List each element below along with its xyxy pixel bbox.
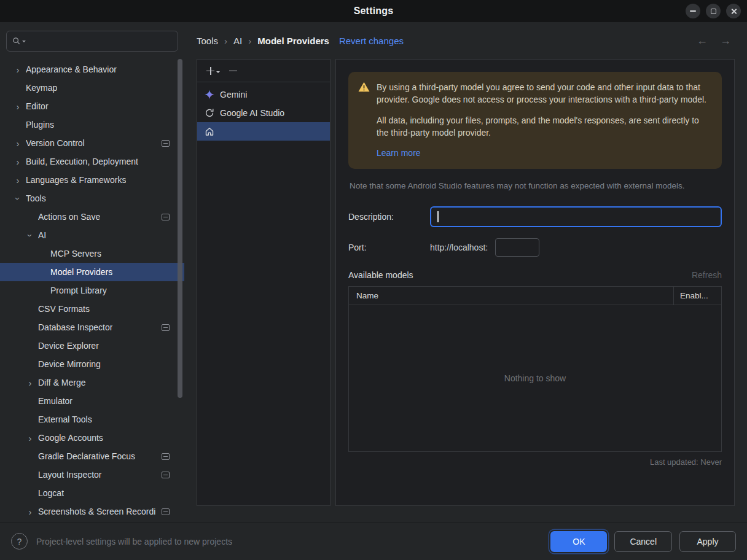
maximize-button[interactable] [706, 4, 721, 18]
forward-arrow-icon[interactable]: → [720, 35, 731, 46]
sidebar-item-label: Device Mirroring [38, 359, 101, 369]
window-controls [686, 4, 741, 18]
sidebar-item-screenshots-screen-recordi[interactable]: ›Screenshots & Screen Recordi [0, 502, 184, 521]
remove-provider-button[interactable] [229, 66, 238, 76]
sidebar-item-logcat[interactable]: Logcat [0, 484, 184, 502]
search-input[interactable] [29, 37, 172, 46]
cancel-button[interactable]: Cancel [614, 531, 672, 552]
breadcrumb-ai[interactable]: AI [233, 36, 242, 46]
provider-item-custom[interactable] [197, 122, 330, 141]
gemini-icon [205, 90, 214, 99]
breadcrumb-tools[interactable]: Tools [197, 36, 218, 46]
provider-list: GeminiGoogle AI Studio [197, 82, 330, 141]
sidebar-item-editor[interactable]: ›Editor [0, 97, 184, 115]
ok-button[interactable]: OK [550, 531, 607, 552]
sidebar-item-label: CSV Formats [38, 304, 90, 314]
sidebar-item-label: Keymap [26, 83, 57, 93]
settings-tree: ›Appearance & BehaviorKeymap›EditorPlugi… [0, 60, 184, 522]
sidebar-item-plugins[interactable]: Plugins [0, 115, 184, 134]
chevron-right-icon[interactable]: › [22, 378, 38, 387]
sidebar-item-csv-formats[interactable]: CSV Formats [0, 300, 184, 318]
sidebar-item-device-mirroring[interactable]: Device Mirroring [0, 355, 184, 373]
sidebar-scrollbar[interactable] [178, 59, 182, 398]
description-label: Description: [348, 212, 430, 222]
sidebar-item-appearance-behavior[interactable]: ›Appearance & Behavior [0, 60, 184, 79]
search-icon [12, 37, 26, 45]
provider-item-gemini[interactable]: Gemini [197, 85, 330, 104]
provider-list-panel: GeminiGoogle AI Studio [197, 59, 330, 506]
revert-changes-link[interactable]: Revert changes [339, 36, 404, 46]
sidebar-item-version-control[interactable]: ›Version Control [0, 134, 184, 152]
third-party-warning-banner: By using a third-party model you agree t… [348, 72, 722, 169]
chevron-right-icon[interactable]: › [10, 157, 26, 166]
provider-item-google-ai-studio[interactable]: Google AI Studio [197, 104, 330, 122]
provider-item-label: Gemini [220, 90, 247, 99]
settings-search-box[interactable] [6, 31, 178, 52]
sidebar-item-model-providers[interactable]: Model Providers [0, 263, 184, 281]
provider-toolbar [197, 60, 330, 82]
sidebar-item-languages-frameworks[interactable]: ›Languages & Frameworks [0, 171, 184, 189]
column-header-enabled[interactable]: Enabl... [673, 287, 721, 305]
sidebar-item-layout-inspector[interactable]: Layout Inspector [0, 465, 184, 484]
settings-window: Settings ›Appearance & BehaviorKeymap›Ed… [0, 0, 747, 560]
sidebar-item-label: Plugins [26, 120, 54, 130]
chevron-right-icon[interactable]: › [22, 507, 38, 516]
last-updated-label: Last updated: Never [348, 457, 722, 467]
sidebar-item-label: Database Inspector [38, 322, 112, 332]
back-arrow-icon[interactable]: ← [697, 35, 708, 46]
sidebar-item-ai[interactable]: ›AI [0, 226, 184, 244]
sidebar-item-mcp-servers[interactable]: MCP Servers [0, 244, 184, 263]
sidebar-item-keymap[interactable]: Keymap [0, 79, 184, 97]
sidebar-item-diff-merge[interactable]: ›Diff & Merge [0, 373, 184, 392]
breadcrumb-model-providers: Model Providers [257, 36, 329, 46]
apply-button[interactable]: Apply [679, 531, 736, 552]
chevron-right-icon[interactable]: › [22, 434, 38, 443]
learn-more-link[interactable]: Learn more [377, 147, 421, 159]
sidebar-item-emulator[interactable]: Emulator [0, 392, 184, 410]
column-header-name[interactable]: Name [349, 287, 673, 305]
minimize-button[interactable] [686, 4, 700, 18]
sidebar-item-label: Emulator [38, 396, 72, 406]
warning-paragraph-1: By using a third-party model you agree t… [377, 81, 708, 106]
sidebar-item-label: Appearance & Behavior [26, 64, 117, 74]
available-models-label: Available models [348, 270, 413, 280]
chevron-down-icon[interactable]: › [26, 227, 35, 243]
sidebar-item-device-explorer[interactable]: Device Explorer [0, 336, 184, 355]
refresh-button[interactable]: Refresh [692, 270, 722, 280]
sidebar-item-label: Editor [26, 101, 49, 111]
modified-indicator-icon [162, 453, 170, 460]
help-icon[interactable]: ? [11, 533, 28, 550]
sidebar-item-label: External Tools [38, 414, 92, 424]
settings-body: ›Appearance & BehaviorKeymap›EditorPlugi… [0, 22, 747, 522]
description-input[interactable] [430, 206, 722, 227]
settings-content: Tools › AI › Model Providers Revert chan… [184, 22, 747, 522]
add-provider-button[interactable] [206, 66, 215, 76]
close-button[interactable] [726, 4, 741, 18]
sidebar-item-prompt-library[interactable]: Prompt Library [0, 281, 184, 300]
sidebar-item-label: Device Explorer [38, 341, 99, 351]
chevron-down-icon[interactable]: › [14, 190, 23, 206]
chevron-right-icon[interactable]: › [10, 102, 26, 111]
sidebar-item-google-accounts[interactable]: ›Google Accounts [0, 429, 184, 447]
history-nav: ← → [697, 35, 731, 46]
search-history-chevron-icon [22, 41, 26, 44]
sidebar-item-gradle-declarative-focus[interactable]: Gradle Declarative Focus [0, 447, 184, 465]
chevron-right-icon[interactable]: › [10, 176, 26, 185]
modified-indicator-icon [162, 214, 170, 220]
external-models-note: Note that some Android Studio features m… [350, 181, 722, 190]
chevron-right-icon[interactable]: › [10, 139, 26, 148]
text-caret [437, 211, 439, 222]
sidebar-item-tools[interactable]: ›Tools [0, 189, 184, 208]
sidebar-item-build-execution-deployment[interactable]: ›Build, Execution, Deployment [0, 152, 184, 171]
modified-indicator-icon [162, 324, 170, 331]
modified-indicator-icon [162, 140, 170, 147]
sidebar-item-label: AI [38, 230, 46, 240]
sidebar-item-actions-on-save[interactable]: Actions on Save [0, 208, 184, 226]
minus-icon [229, 71, 237, 72]
chevron-right-icon[interactable]: › [10, 65, 26, 74]
sidebar-item-label: Google Accounts [38, 433, 103, 443]
port-input[interactable] [495, 238, 539, 257]
sidebar-item-database-inspector[interactable]: Database Inspector [0, 318, 184, 336]
provider-item-label: Google AI Studio [220, 108, 284, 118]
sidebar-item-external-tools[interactable]: External Tools [0, 410, 184, 429]
